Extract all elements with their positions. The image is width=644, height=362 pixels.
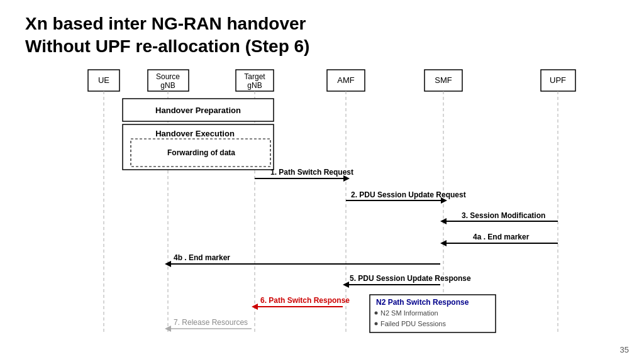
svg-text:gNB: gNB (247, 81, 262, 90)
svg-text:Failed PDU Sessions: Failed PDU Sessions (380, 320, 446, 327)
svg-point-54 (375, 322, 378, 325)
svg-text:6. Path Switch Response: 6. Path Switch Response (260, 296, 350, 305)
svg-text:4a . End marker: 4a . End marker (473, 233, 530, 241)
svg-text:SMF: SMF (435, 75, 452, 85)
slide-title: Xn based inter NG-RAN handover Without U… (25, 13, 619, 58)
svg-text:UE: UE (98, 75, 109, 85)
svg-text:gNB: gNB (160, 81, 175, 90)
svg-text:N2 SM Information: N2 SM Information (380, 309, 438, 317)
slide: Xn based inter NG-RAN handover Without U… (0, 0, 644, 362)
svg-text:Handover Preparation: Handover Preparation (155, 106, 241, 115)
svg-text:5. PDU Session Update Response: 5. PDU Session Update Response (350, 274, 471, 283)
page-number: 35 (620, 345, 629, 354)
svg-text:UPF: UPF (550, 75, 566, 85)
svg-text:1. Path Switch Request: 1. Path Switch Request (270, 168, 353, 177)
svg-text:4b . End marker: 4b . End marker (174, 253, 230, 262)
svg-text:7. Release Resources: 7. Release Resources (174, 318, 248, 327)
svg-text:Handover Execution: Handover Execution (155, 129, 235, 138)
svg-text:2. PDU Session Update Request: 2. PDU Session Update Request (351, 190, 466, 199)
svg-point-52 (375, 311, 378, 314)
sequence-diagram: UE Source gNB Target gNB AMF SMF UPF Han… (25, 69, 629, 339)
svg-text:N2 Path Switch Response: N2 Path Switch Response (376, 298, 469, 307)
svg-marker-42 (343, 282, 349, 288)
svg-text:Source: Source (156, 72, 180, 81)
svg-text:Forwarding of data: Forwarding of data (167, 148, 235, 157)
svg-text:Target: Target (244, 72, 265, 81)
svg-text:3. Session Modification: 3. Session Modification (462, 211, 545, 220)
svg-text:AMF: AMF (337, 75, 355, 85)
